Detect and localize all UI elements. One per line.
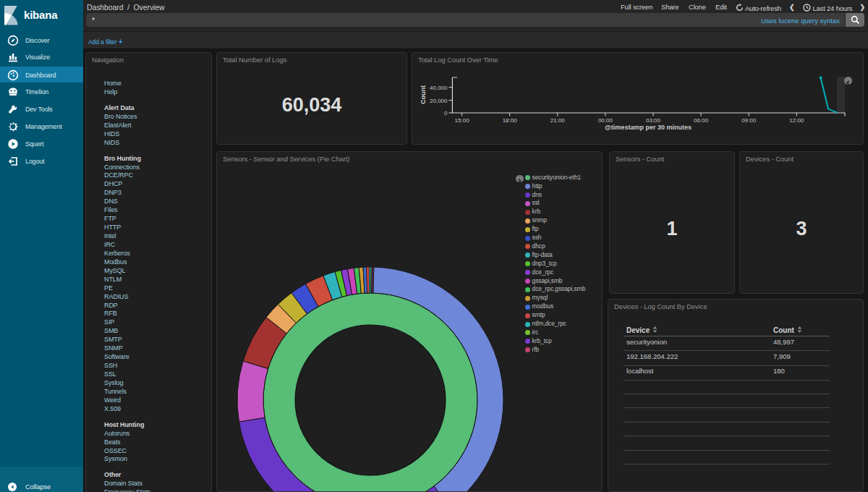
svg-text:0: 0 — [444, 110, 448, 116]
svg-text:15:00: 15:00 — [455, 117, 470, 124]
svg-text:09:00: 09:00 — [741, 117, 757, 124]
svg-text:06:00: 06:00 — [694, 117, 709, 124]
svg-text:21:00: 21:00 — [550, 117, 566, 124]
svg-text:03:00: 03:00 — [646, 117, 661, 124]
svg-text:00:00: 00:00 — [598, 117, 613, 124]
svg-text:20,000: 20,000 — [430, 98, 448, 104]
svg-text:Count: Count — [420, 85, 427, 104]
svg-text:18:00: 18:00 — [503, 117, 518, 124]
svg-text:12:00: 12:00 — [789, 117, 804, 124]
svg-text:@timestamp per 30 minutes: @timestamp per 30 minutes — [605, 124, 692, 131]
svg-text:40,000: 40,000 — [430, 85, 448, 91]
